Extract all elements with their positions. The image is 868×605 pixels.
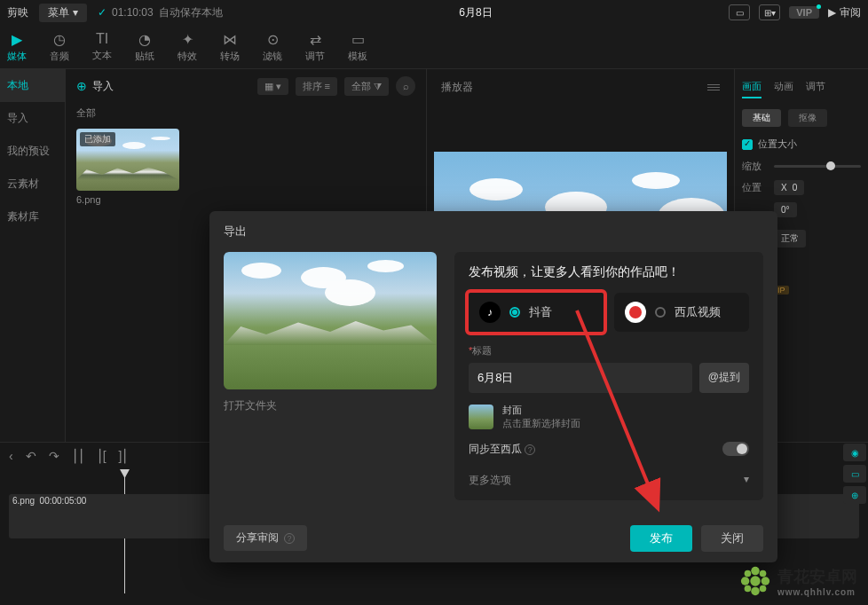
tab-text[interactable]: TI文本	[92, 31, 112, 62]
added-tag: 已添加	[80, 132, 115, 146]
plus-icon: ⊕	[76, 79, 87, 93]
grid-icon: ▦	[264, 81, 273, 92]
tab-sticker[interactable]: ◔贴纸	[135, 31, 154, 63]
mention-button[interactable]: @提到	[699, 363, 749, 393]
sync-toggle[interactable]	[722, 442, 749, 456]
svg-point-4	[751, 587, 760, 596]
cover-selector[interactable]: 封面 点击重新选择封面	[469, 404, 749, 431]
effects-icon: ✦	[182, 31, 193, 48]
split-right-button[interactable]: ]⎮	[119, 449, 129, 463]
svg-point-8	[760, 570, 767, 578]
douyin-icon: ♪	[479, 302, 501, 323]
sidebar-local[interactable]: 本地	[0, 69, 65, 102]
svg-point-5	[741, 577, 750, 585]
watermark-name: 青花安卓网	[777, 566, 857, 587]
svg-point-9	[745, 585, 752, 593]
open-folder-link[interactable]: 打开文件夹	[224, 398, 437, 413]
filter-button[interactable]: 全部 ⧩	[344, 77, 389, 96]
vip-badge[interactable]: VIP	[789, 6, 819, 19]
checkbox-icon[interactable]	[742, 139, 753, 150]
sort-button[interactable]: 排序 ≡	[296, 77, 337, 96]
tab-filter[interactable]: ⊙滤镜	[263, 31, 282, 63]
publish-button[interactable]: 发布	[630, 525, 692, 552]
radio-icon	[655, 307, 666, 318]
media-tab-all[interactable]: 全部	[76, 106, 415, 120]
check-icon: ✓	[98, 6, 107, 19]
layout-icon-2[interactable]: ⊞▾	[759, 4, 780, 20]
blend-select[interactable]: 正常	[774, 230, 806, 248]
sidebar-cloud[interactable]: 云素材	[0, 168, 65, 200]
close-button[interactable]: 关闭	[701, 525, 763, 552]
cover-hint: 点击重新选择封面	[502, 417, 580, 430]
view-grid-button[interactable]: ▦▾	[257, 78, 288, 95]
radio-checked-icon	[509, 307, 520, 318]
x-input[interactable]: X0	[774, 180, 804, 195]
props-tab-animation[interactable]: 动画	[774, 76, 793, 98]
position-label: 位置	[742, 181, 767, 194]
platform-xigua[interactable]: 西瓜视频	[614, 293, 749, 332]
split-button[interactable]: ⎮⎮	[72, 449, 84, 463]
tab-media[interactable]: ▶媒体	[7, 31, 27, 63]
props-tab-adjust[interactable]: 调节	[806, 76, 825, 98]
player-menu-button[interactable]	[707, 84, 720, 90]
tab-audio[interactable]: ◷音频	[50, 31, 69, 63]
media-thumbnail: 已添加	[76, 129, 179, 191]
layout-icon-1[interactable]: ▭	[729, 4, 750, 20]
svg-point-3	[751, 567, 760, 576]
text-icon: TI	[96, 31, 108, 47]
menu-button[interactable]: 菜单▾	[39, 4, 87, 22]
title-field-label: *标题	[469, 344, 749, 358]
tab-template[interactable]: ▭模板	[348, 31, 367, 63]
watermark-url: www.qhhlv.com	[777, 587, 857, 597]
redo-button[interactable]: ↷	[49, 449, 59, 463]
svg-point-10	[760, 585, 767, 593]
audio-icon: ◷	[53, 31, 66, 48]
adjust-icon: ⇄	[310, 31, 321, 48]
strip-icon-2[interactable]: ▭	[843, 465, 866, 483]
svg-point-7	[745, 570, 752, 578]
media-item[interactable]: 已添加 6.png	[76, 129, 192, 205]
filter-icon: ⊙	[267, 31, 279, 48]
sync-xigua-label: 同步至西瓜 ?	[469, 442, 535, 457]
props-subtab-matting[interactable]: 抠像	[788, 109, 827, 127]
props-tab-picture[interactable]: 画面	[742, 76, 761, 98]
transition-icon: ⋈	[223, 31, 237, 48]
import-button[interactable]: ⊕ 导入	[76, 79, 114, 94]
more-options-button[interactable]: 更多选项 ▾	[469, 466, 749, 488]
sidebar-presets[interactable]: 我的预设	[0, 135, 65, 168]
share-review-button[interactable]: 分享审阅 ?	[224, 525, 307, 551]
clip-label: 6.png 00:00:05:00	[12, 496, 86, 506]
chevron-down-icon: ▾	[73, 6, 78, 19]
split-left-button[interactable]: ⎮[	[97, 449, 107, 463]
play-box-icon: ▶	[828, 6, 836, 19]
section-position-size[interactable]: 位置大小	[742, 138, 861, 151]
xigua-icon	[625, 302, 646, 323]
cover-thumbnail	[469, 405, 493, 429]
svg-point-6	[761, 577, 770, 585]
strip-icon-3[interactable]: ⊕	[843, 486, 866, 504]
review-button[interactable]: ▶ 审阅	[828, 5, 861, 20]
platform-douyin[interactable]: ♪ 抖音	[465, 289, 607, 335]
undo-button[interactable]: ↶	[26, 449, 36, 463]
watermark-logo-icon	[738, 564, 772, 598]
help-icon[interactable]: ?	[284, 533, 295, 544]
search-button[interactable]: ⌕	[396, 76, 415, 96]
modal-title: 导出	[209, 211, 777, 252]
export-thumbnail	[224, 252, 437, 389]
tab-effects[interactable]: ✦特效	[178, 31, 197, 63]
tab-adjust[interactable]: ⇄调节	[305, 31, 325, 63]
title-input[interactable]: 6月8日	[469, 363, 692, 393]
project-title: 6月8日	[223, 5, 730, 20]
sidebar-import[interactable]: 导入	[0, 102, 65, 135]
sidebar-library[interactable]: 素材库	[0, 200, 65, 233]
tab-transition[interactable]: ⋈转场	[220, 31, 240, 63]
sticker-icon: ◔	[138, 31, 151, 48]
template-icon: ▭	[351, 31, 365, 48]
help-icon[interactable]: ?	[525, 444, 535, 455]
props-subtab-basic[interactable]: 基础	[742, 109, 781, 127]
back-button[interactable]: ‹	[9, 449, 13, 463]
player-title: 播放器	[441, 80, 473, 95]
strip-icon-1[interactable]: ◉	[843, 444, 866, 461]
app-logo: 剪映	[7, 5, 28, 20]
scale-slider[interactable]	[774, 165, 861, 168]
